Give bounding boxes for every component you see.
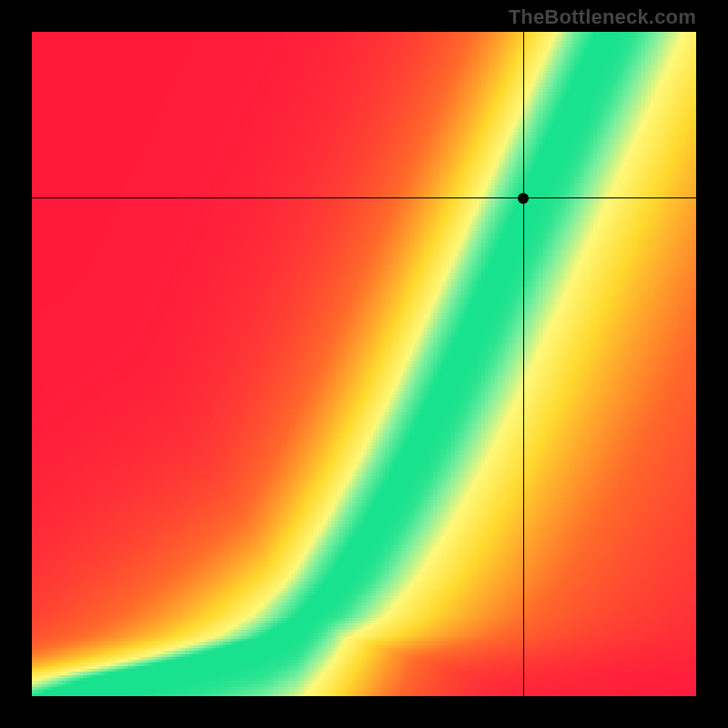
heatmap-canvas (32, 32, 696, 696)
attribution-text: TheBottleneck.com (509, 5, 696, 29)
crosshair-vertical (523, 32, 524, 696)
crosshair-point-icon (518, 193, 529, 204)
crosshair-horizontal (32, 197, 696, 198)
chart-frame: TheBottleneck.com (0, 0, 728, 728)
heatmap-plot (32, 32, 696, 696)
